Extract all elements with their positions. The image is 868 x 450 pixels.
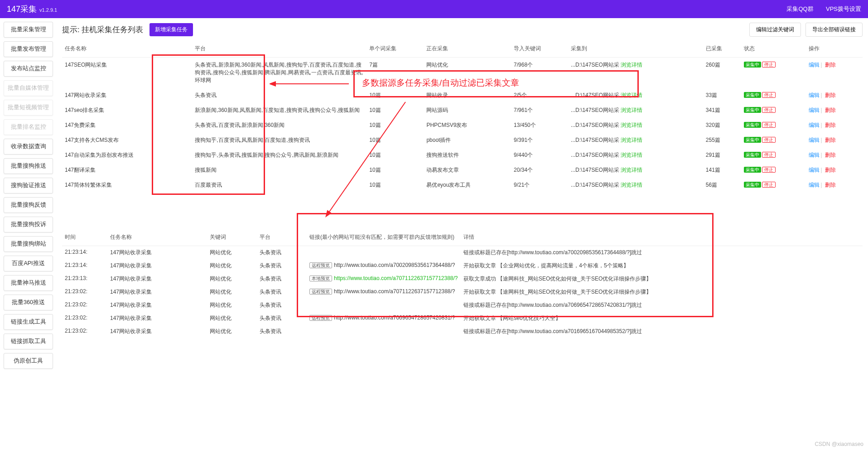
add-task-button[interactable]: 新增采集任务	[149, 23, 193, 36]
edit-button[interactable]: 编辑	[809, 62, 820, 68]
task-platform: 头条资讯	[192, 88, 366, 103]
task-ops: 编辑|删除	[806, 178, 863, 193]
task-collecting: pboot插件	[424, 133, 511, 148]
log-time: 21:23:14:	[62, 246, 107, 260]
delete-button[interactable]: 删除	[825, 137, 836, 143]
sidebar-item-6[interactable]: 收录数据查询	[4, 139, 53, 155]
edit-button[interactable]: 编辑	[809, 107, 820, 113]
task-collect-to: ...D:\147SEO网站采 浏览详情	[568, 133, 703, 148]
task-single: 10篇	[366, 88, 424, 103]
col-op: 操作	[806, 40, 863, 58]
task-status: 采集中停止	[741, 163, 806, 178]
col-platform: 平台	[192, 40, 366, 58]
sidebar-item-0[interactable]: 批量采集管理	[4, 22, 53, 38]
browse-detail-link[interactable]: 浏览详情	[621, 137, 642, 143]
sidebar-item-1[interactable]: 批量发布管理	[4, 41, 53, 57]
task-single: 10篇	[366, 118, 424, 133]
log-platform: 头条资讯	[257, 259, 307, 272]
log-time: 21:23:13:	[62, 272, 107, 285]
qq-group-link[interactable]: 采集QQ群	[786, 5, 813, 12]
col-import-kw: 导入关键词	[511, 40, 568, 58]
stop-button[interactable]: 停止	[762, 92, 776, 98]
log-keyword: 网站优化	[207, 259, 257, 272]
browse-detail-link[interactable]: 浏览详情	[621, 62, 642, 68]
log-url[interactable]: https://www.toutiao.com/a707112263715771…	[334, 275, 458, 281]
task-platform: 新浪新闻,360新闻,凤凰新闻,百度知道,搜狗资讯,搜狗公众号,搜狐新闻	[192, 103, 366, 118]
log-col-time: 时间	[62, 229, 107, 246]
task-collect-to: ...D:\147SEO网站采 浏览详情	[568, 88, 703, 103]
stop-button[interactable]: 停止	[762, 137, 776, 143]
log-link: 远程预览http://www.toutiao.com/a706965472865…	[307, 312, 461, 325]
sidebar-item-3: 批量自媒体管理	[4, 80, 53, 96]
browse-detail-link[interactable]: 浏览详情	[621, 92, 642, 98]
delete-button[interactable]: 删除	[825, 182, 836, 188]
stop-button[interactable]: 停止	[762, 107, 776, 113]
sidebar-item-16[interactable]: 链接抓取工具	[4, 334, 53, 349]
task-collected: 141篇	[703, 163, 741, 178]
stop-button[interactable]: 停止	[762, 122, 776, 128]
log-platform: 头条资讯	[257, 272, 307, 285]
sidebar-item-13[interactable]: 批量神马推送	[4, 275, 53, 291]
sidebar-item-8[interactable]: 搜狗验证推送	[4, 178, 53, 194]
edit-button[interactable]: 编辑	[809, 167, 820, 173]
sidebar-item-15[interactable]: 链接生成工具	[4, 314, 53, 330]
task-name: 147自动采集为原创发布推送	[62, 148, 192, 163]
log-url[interactable]: http://www.toutiao.com/a7002098535617364…	[334, 262, 455, 268]
edit-button[interactable]: 编辑	[809, 152, 820, 158]
sidebar-item-17[interactable]: 伪原创工具	[4, 353, 53, 369]
preview-tag[interactable]: 本地预览	[309, 276, 332, 281]
stop-button[interactable]: 停止	[762, 152, 776, 158]
sidebar-item-2[interactable]: 发布站点监控	[4, 61, 53, 77]
browse-detail-link[interactable]: 浏览详情	[621, 182, 642, 188]
delete-button[interactable]: 删除	[825, 167, 836, 173]
preview-tag[interactable]: 远程预览	[309, 289, 332, 295]
task-status: 采集中停止	[741, 133, 806, 148]
task-single: 10篇	[366, 163, 424, 178]
log-keyword: 网站优化	[207, 246, 257, 260]
task-collecting: 易优eyou发布工具	[424, 178, 511, 193]
app-header: 147采集 v1.2.9.1 采集QQ群 VPS拨号设置	[0, 0, 868, 18]
app-brand: 147采集	[7, 4, 37, 15]
log-detail: 链接或标题已存在[http://www.toutiao.com/a7069654…	[461, 299, 863, 312]
task-single: 10篇	[366, 178, 424, 193]
edit-button[interactable]: 编辑	[809, 137, 820, 143]
browse-detail-link[interactable]: 浏览详情	[621, 122, 642, 128]
preview-tag[interactable]: 远程预览	[309, 262, 332, 268]
sidebar-item-12[interactable]: 百度API推送	[4, 256, 53, 271]
task-import-kw: 7/961个	[511, 103, 568, 118]
stop-button[interactable]: 停止	[762, 167, 776, 173]
task-ops: 编辑|删除	[806, 148, 863, 163]
log-detail: 开始获取文章 【企业网站优化，提高网站流量，4个标准，5个策略】	[461, 259, 863, 272]
task-ops: 编辑|删除	[806, 118, 863, 133]
sidebar-item-11[interactable]: 批量搜狗绑站	[4, 236, 53, 252]
log-col-detail: 详情	[461, 229, 863, 246]
log-platform: 头条资讯	[257, 325, 307, 338]
edit-button[interactable]: 编辑	[809, 92, 820, 98]
sidebar-item-9[interactable]: 批量搜狗反馈	[4, 197, 53, 213]
sidebar-item-14[interactable]: 批量360推送	[4, 295, 53, 310]
sidebar-item-10[interactable]: 批量搜狗投诉	[4, 217, 53, 232]
delete-button[interactable]: 删除	[825, 152, 836, 158]
browse-detail-link[interactable]: 浏览详情	[621, 152, 642, 158]
col-collecting: 正在采集	[424, 40, 511, 58]
delete-button[interactable]: 删除	[825, 122, 836, 128]
browse-detail-link[interactable]: 浏览详情	[621, 107, 642, 113]
vps-settings-link[interactable]: VPS拨号设置	[826, 5, 861, 12]
edit-filter-keywords-button[interactable]: 编辑过滤关键词	[749, 23, 801, 37]
stop-button[interactable]: 停止	[762, 62, 776, 68]
delete-button[interactable]: 删除	[825, 62, 836, 68]
log-time: 21:23:02:	[62, 285, 107, 299]
log-url[interactable]: http://www.toutiao.com/a7071122637157712…	[334, 288, 455, 295]
stop-button[interactable]: 停止	[762, 182, 776, 188]
log-url[interactable]: http://www.toutiao.com/a7069654728657420…	[334, 315, 455, 321]
edit-button[interactable]: 编辑	[809, 182, 820, 188]
task-ops: 编辑|删除	[806, 133, 863, 148]
browse-detail-link[interactable]: 浏览详情	[621, 167, 642, 173]
delete-button[interactable]: 删除	[825, 92, 836, 98]
preview-tag[interactable]: 远程预览	[309, 315, 332, 321]
delete-button[interactable]: 删除	[825, 107, 836, 113]
export-error-links-button[interactable]: 导出全部错误链接	[805, 23, 863, 37]
edit-button[interactable]: 编辑	[809, 122, 820, 128]
sidebar-item-7[interactable]: 批量搜狗推送	[4, 158, 53, 174]
task-import-kw: 9/21个	[511, 178, 568, 193]
